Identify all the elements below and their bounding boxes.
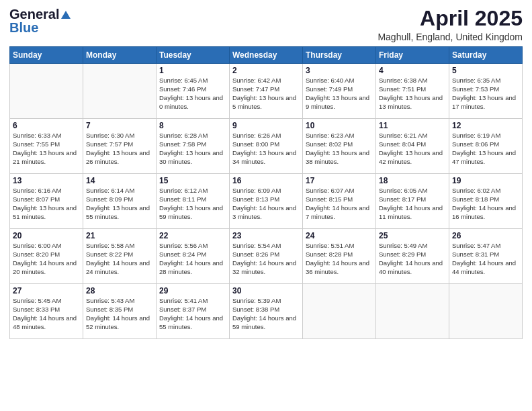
title-area: April 2025 Maghull, England, United King… [378,7,523,42]
calendar-cell: 29Sunrise: 5:41 AMSunset: 8:37 PMDayligh… [157,284,230,339]
day-info: Sunrise: 5:54 AMSunset: 8:26 PMDaylight:… [232,242,300,276]
logo-icon [60,9,72,21]
calendar-body: 1Sunrise: 6:45 AMSunset: 7:46 PMDaylight… [10,64,523,339]
header-saturday: Saturday [449,47,523,64]
logo-general-text: General [9,7,59,21]
day-info: Sunrise: 6:09 AMSunset: 8:13 PMDaylight:… [232,187,300,221]
calendar-cell: 6Sunrise: 6:33 AMSunset: 7:55 PMDaylight… [10,119,83,174]
calendar-cell: 16Sunrise: 6:09 AMSunset: 8:13 PMDayligh… [230,174,303,229]
calendar-week-3: 13Sunrise: 6:16 AMSunset: 8:07 PMDayligh… [10,174,523,229]
day-info: Sunrise: 6:35 AMSunset: 7:53 PMDaylight:… [452,77,519,111]
calendar-cell: 19Sunrise: 6:02 AMSunset: 8:18 PMDayligh… [449,174,523,229]
calendar-cell: 17Sunrise: 6:07 AMSunset: 8:15 PMDayligh… [303,174,376,229]
day-info: Sunrise: 6:07 AMSunset: 8:15 PMDaylight:… [306,187,373,221]
calendar-cell: 20Sunrise: 6:00 AMSunset: 8:20 PMDayligh… [10,229,83,284]
day-number: 21 [86,231,153,240]
calendar-cell: 1Sunrise: 6:45 AMSunset: 7:46 PMDaylight… [157,64,230,119]
day-info: Sunrise: 6:19 AMSunset: 8:06 PMDaylight:… [452,132,519,166]
logo: General Blue [9,7,72,35]
day-info: Sunrise: 5:39 AMSunset: 8:38 PMDaylight:… [232,297,300,331]
logo-area: General Blue [9,7,72,35]
day-info: Sunrise: 5:43 AMSunset: 8:35 PMDaylight:… [86,297,153,331]
day-info: Sunrise: 5:41 AMSunset: 8:37 PMDaylight:… [159,297,226,331]
day-info: Sunrise: 6:28 AMSunset: 7:58 PMDaylight:… [159,132,226,166]
day-number: 2 [232,66,300,75]
day-info: Sunrise: 5:47 AMSunset: 8:31 PMDaylight:… [452,242,519,276]
day-number: 23 [232,231,300,240]
header: General Blue April 2025 Maghull, England… [9,7,523,42]
day-number: 5 [452,66,519,75]
calendar-cell: 14Sunrise: 6:14 AMSunset: 8:09 PMDayligh… [83,174,157,229]
day-info: Sunrise: 6:33 AMSunset: 7:55 PMDaylight:… [13,132,80,166]
day-number: 29 [159,286,226,295]
day-number: 11 [379,121,446,130]
calendar-cell: 27Sunrise: 5:45 AMSunset: 8:33 PMDayligh… [10,284,83,339]
day-number: 18 [379,176,446,185]
day-info: Sunrise: 5:58 AMSunset: 8:22 PMDaylight:… [86,242,153,276]
calendar-cell [83,64,157,119]
day-info: Sunrise: 6:30 AMSunset: 7:57 PMDaylight:… [86,132,153,166]
day-number: 15 [159,176,226,185]
calendar-week-2: 6Sunrise: 6:33 AMSunset: 7:55 PMDaylight… [10,119,523,174]
page: General Blue April 2025 Maghull, England… [0,0,532,411]
header-friday: Friday [376,47,449,64]
header-row: Sunday Monday Tuesday Wednesday Thursday… [10,47,523,64]
day-info: Sunrise: 6:16 AMSunset: 8:07 PMDaylight:… [13,187,80,221]
calendar-cell [10,64,83,119]
logo-blue-text: Blue [9,20,38,35]
calendar-cell: 3Sunrise: 6:40 AMSunset: 7:49 PMDaylight… [303,64,376,119]
calendar-week-1: 1Sunrise: 6:45 AMSunset: 7:46 PMDaylight… [10,64,523,119]
calendar-table: Sunday Monday Tuesday Wednesday Thursday… [9,46,523,339]
calendar-header: Sunday Monday Tuesday Wednesday Thursday… [10,47,523,64]
day-number: 12 [452,121,519,130]
day-info: Sunrise: 6:05 AMSunset: 8:17 PMDaylight:… [379,187,446,221]
calendar-cell: 23Sunrise: 5:54 AMSunset: 8:26 PMDayligh… [230,229,303,284]
day-number: 8 [159,121,226,130]
day-info: Sunrise: 6:40 AMSunset: 7:49 PMDaylight:… [306,77,373,111]
calendar-cell: 28Sunrise: 5:43 AMSunset: 8:35 PMDayligh… [83,284,157,339]
day-info: Sunrise: 6:26 AMSunset: 8:00 PMDaylight:… [232,132,300,166]
day-info: Sunrise: 6:00 AMSunset: 8:20 PMDaylight:… [13,242,80,276]
day-number: 25 [379,231,446,240]
day-number: 26 [452,231,519,240]
day-number: 20 [13,231,80,240]
day-info: Sunrise: 6:02 AMSunset: 8:18 PMDaylight:… [452,187,519,221]
calendar-cell: 9Sunrise: 6:26 AMSunset: 8:00 PMDaylight… [230,119,303,174]
svg-marker-0 [61,11,71,19]
calendar-week-5: 27Sunrise: 5:45 AMSunset: 8:33 PMDayligh… [10,284,523,339]
calendar-cell: 22Sunrise: 5:56 AMSunset: 8:24 PMDayligh… [157,229,230,284]
calendar-cell: 30Sunrise: 5:39 AMSunset: 8:38 PMDayligh… [230,284,303,339]
calendar-cell: 24Sunrise: 5:51 AMSunset: 8:28 PMDayligh… [303,229,376,284]
day-info: Sunrise: 5:49 AMSunset: 8:29 PMDaylight:… [379,242,446,276]
calendar-cell: 2Sunrise: 6:42 AMSunset: 7:47 PMDaylight… [230,64,303,119]
day-number: 10 [306,121,373,130]
day-number: 1 [159,66,226,75]
location: Maghull, England, United Kingdom [378,32,523,42]
calendar-cell: 26Sunrise: 5:47 AMSunset: 8:31 PMDayligh… [449,229,523,284]
calendar-cell: 8Sunrise: 6:28 AMSunset: 7:58 PMDaylight… [157,119,230,174]
calendar-cell: 15Sunrise: 6:12 AMSunset: 8:11 PMDayligh… [157,174,230,229]
calendar-cell [303,284,376,339]
calendar-cell [376,284,449,339]
day-number: 27 [13,286,80,295]
day-info: Sunrise: 6:12 AMSunset: 8:11 PMDaylight:… [159,187,226,221]
day-number: 4 [379,66,446,75]
calendar-cell: 25Sunrise: 5:49 AMSunset: 8:29 PMDayligh… [376,229,449,284]
day-number: 14 [86,176,153,185]
day-number: 30 [232,286,300,295]
calendar-cell: 10Sunrise: 6:23 AMSunset: 8:02 PMDayligh… [303,119,376,174]
day-number: 24 [306,231,373,240]
day-number: 17 [306,176,373,185]
day-info: Sunrise: 5:45 AMSunset: 8:33 PMDaylight:… [13,297,80,331]
header-sunday: Sunday [10,47,83,64]
header-tuesday: Tuesday [157,47,230,64]
calendar-cell: 7Sunrise: 6:30 AMSunset: 7:57 PMDaylight… [83,119,157,174]
calendar-cell: 21Sunrise: 5:58 AMSunset: 8:22 PMDayligh… [83,229,157,284]
header-thursday: Thursday [303,47,376,64]
header-monday: Monday [83,47,157,64]
calendar-cell: 18Sunrise: 6:05 AMSunset: 8:17 PMDayligh… [376,174,449,229]
day-info: Sunrise: 5:56 AMSunset: 8:24 PMDaylight:… [159,242,226,276]
month-title: April 2025 [378,7,523,30]
calendar-cell [449,284,523,339]
day-info: Sunrise: 6:21 AMSunset: 8:04 PMDaylight:… [379,132,446,166]
